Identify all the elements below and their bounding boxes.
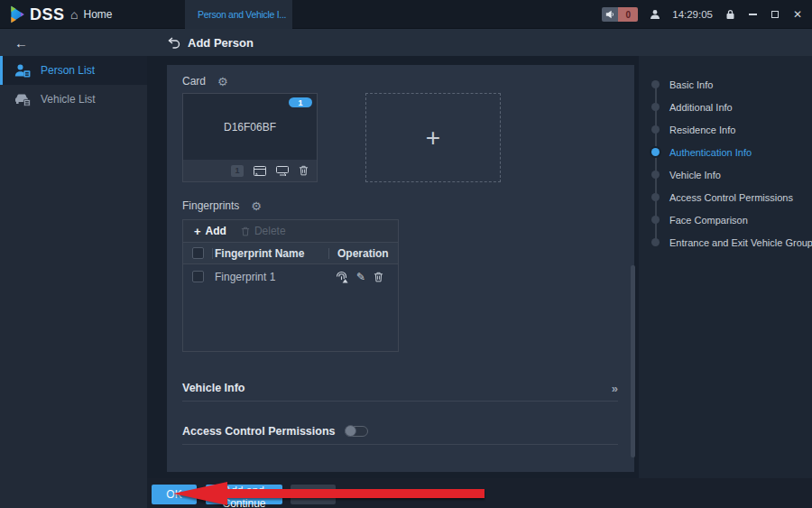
step-dot-active [651, 148, 660, 156]
ok-button[interactable]: OK [152, 485, 197, 504]
dss-logo-icon [7, 5, 27, 24]
card-actions: 1 [183, 160, 317, 181]
column-fingerprint-name: Fingerprint Name [215, 247, 304, 260]
access-control-toggle[interactable] [345, 426, 368, 437]
minimize-button[interactable] [747, 7, 758, 22]
select-all-checkbox[interactable] [192, 247, 204, 259]
card-item[interactable]: 1 D16F06BF 1 [182, 93, 318, 182]
alarm-count-badge: 0 [618, 7, 638, 22]
step-dot [651, 80, 660, 88]
home-icon: ⌂ [70, 8, 78, 21]
vehicle-info-section: Vehicle Info » [182, 380, 618, 396]
back-arrow-icon[interactable]: ← [14, 29, 28, 56]
alarm-indicator[interactable]: 0 [602, 7, 638, 22]
vehicle-info-title: Vehicle Info [182, 382, 245, 394]
step-dot [651, 238, 660, 246]
add-fingerprint-button[interactable]: + Add [194, 225, 226, 237]
cancel-button[interactable]: Cancel [291, 485, 336, 504]
step-vehicle-info[interactable]: Vehicle Info [639, 163, 812, 186]
form-panel: Card ⚙ 1 D16F06BF 1 + Finger [167, 65, 634, 472]
dss-app-window: DSS ⌂ Home Person and Vehicle I... 0 14:… [0, 0, 812, 508]
delete-icon[interactable] [374, 272, 383, 282]
step-dot [651, 193, 660, 201]
step-face-comparison[interactable]: Face Comparison [639, 208, 812, 231]
column-operation: Operation [337, 247, 389, 260]
sidebar: Person List Vehicle List [0, 56, 147, 508]
fingerprint-name: Fingerprint 1 [215, 271, 275, 283]
tab-home-label: Home [83, 8, 112, 21]
step-basic-info[interactable]: Basic Info [639, 73, 812, 96]
fingerprints-table-header: Fingerprint Name Operation [183, 243, 398, 264]
person-list-icon [14, 64, 31, 78]
step-dot [651, 216, 660, 224]
delete-fingerprint-label: Delete [254, 225, 286, 237]
step-dot [651, 125, 660, 134]
issue-card-icon[interactable] [254, 166, 266, 176]
add-fingerprint-label: Add [206, 225, 226, 237]
replace-card-icon[interactable] [276, 166, 289, 176]
row-checkbox[interactable] [192, 271, 204, 282]
fingerprints-table: + Add Delete Fingerprint Name Operation … [182, 219, 399, 352]
step-residence-info[interactable]: Residence Info [639, 118, 812, 141]
delete-fingerprint-button[interactable]: Delete [241, 225, 286, 237]
step-authentication-info[interactable]: Authentication Info [639, 141, 812, 163]
main-card-icon[interactable]: 1 [231, 165, 244, 177]
user-icon[interactable] [650, 7, 660, 22]
collect-fingerprint-icon[interactable] [335, 271, 348, 283]
fingerprints-section-header: Fingerprints ⚙ [182, 199, 262, 213]
step-entrance-exit-vehicle-group[interactable]: Entrance and Exit Vehicle Group [639, 231, 812, 254]
page-title-group: Add Person [168, 29, 254, 56]
dss-logo: DSS [7, 0, 65, 29]
logo-text: DSS [30, 5, 65, 24]
divider [182, 401, 618, 402]
access-control-section: Access Control Permissions [182, 423, 618, 439]
step-navigator: Basic Info Additional Info Residence Inf… [639, 56, 812, 508]
card-section-label: Card [182, 75, 206, 88]
page-title: Add Person [188, 36, 254, 50]
clock: 14:29:05 [672, 9, 713, 20]
tab-home[interactable]: ⌂ Home [70, 0, 112, 29]
card-section-header: Card ⚙ [182, 74, 228, 88]
plus-icon: + [194, 226, 201, 237]
speaker-icon [602, 7, 618, 22]
step-access-control-permissions[interactable]: Access Control Permissions [639, 186, 812, 208]
fingerprints-toolbar: + Add Delete [183, 220, 398, 243]
add-and-continue-button[interactable]: Add and Continue [206, 485, 282, 504]
sidebar-item-label: Person List [41, 64, 95, 77]
fingerprints-section-label: Fingerprints [182, 199, 239, 212]
topbar: DSS ⌂ Home Person and Vehicle I... 0 14:… [0, 0, 812, 29]
sidebar-item-person-list[interactable]: Person List [0, 56, 147, 85]
step-dot [651, 171, 660, 179]
add-card-button[interactable]: + [365, 93, 501, 182]
step-additional-info[interactable]: Additional Info [639, 96, 812, 118]
toggle-knob [345, 425, 356, 437]
topbar-right-controls: 0 14:29:05 ✕ [602, 0, 803, 29]
table-row: Fingerprint 1 ✎ [183, 264, 398, 289]
delete-card-icon[interactable] [299, 165, 309, 176]
return-icon[interactable] [168, 37, 180, 49]
edit-icon[interactable]: ✎ [356, 272, 365, 282]
vertical-scrollbar[interactable] [631, 265, 635, 457]
trash-icon [241, 226, 250, 236]
card-number: D16F06BF [183, 94, 317, 160]
close-button[interactable]: ✕ [792, 7, 803, 22]
fingerprints-settings-gear-icon[interactable]: ⚙ [251, 200, 262, 212]
tab-person-and-vehicle[interactable]: Person and Vehicle I... [185, 0, 292, 29]
maximize-button[interactable] [770, 7, 780, 22]
plus-icon: + [426, 125, 440, 151]
sidebar-item-vehicle-list[interactable]: Vehicle List [0, 85, 147, 114]
step-dot [651, 103, 660, 111]
expand-chevron-icon[interactable]: » [612, 382, 618, 395]
access-control-title: Access Control Permissions [182, 425, 336, 438]
footer-bar: OK Add and Continue Cancel [147, 478, 812, 508]
sidebar-item-label: Vehicle List [41, 93, 96, 106]
card-settings-gear-icon[interactable]: ⚙ [217, 76, 228, 88]
lock-icon[interactable] [724, 7, 735, 22]
row-operations: ✎ [335, 271, 383, 283]
tab-person-and-vehicle-label: Person and Vehicle I... [198, 9, 286, 20]
page-header: ← Add Person [0, 29, 812, 56]
vehicle-list-icon [14, 93, 31, 106]
divider [182, 444, 618, 445]
